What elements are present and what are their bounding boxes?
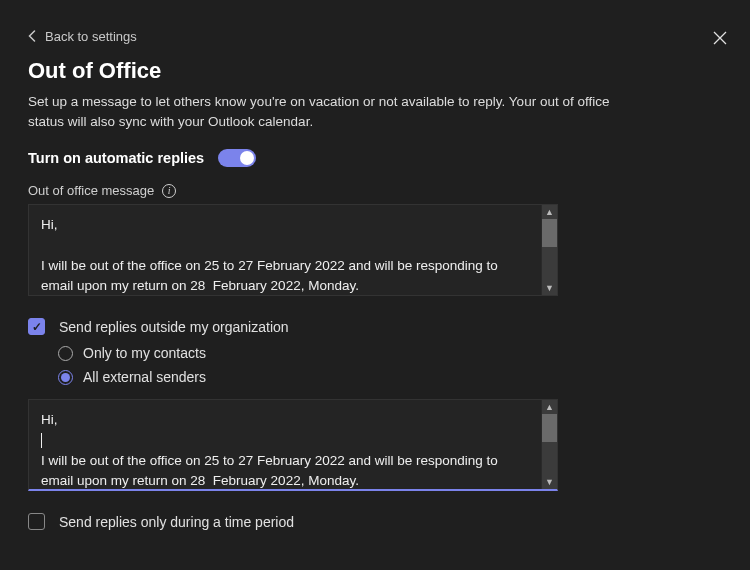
radio-only-contacts-label: Only to my contacts [83,345,206,361]
external-replies-label: Send replies outside my organization [59,319,289,335]
ooo-message-label-row: Out of office message i [28,183,722,198]
page-description: Set up a message to let others know you'… [28,92,648,131]
back-link-label: Back to settings [45,29,137,44]
radio-only-contacts[interactable]: Only to my contacts [58,345,722,361]
text-caret [41,433,42,448]
auto-replies-toggle[interactable] [218,149,256,167]
scroll-up-arrow[interactable]: ▲ [542,205,557,219]
external-audience-radio-group: Only to my contacts All external senders [58,345,722,385]
external-message-scrollbar[interactable]: ▲ ▼ [541,400,557,489]
close-button[interactable] [710,28,730,48]
scroll-thumb[interactable] [542,219,557,247]
ooo-message-scrollbar[interactable]: ▲ ▼ [541,205,557,295]
radio-all-external-label: All external senders [83,369,206,385]
out-of-office-panel: Back to settings Out of Office Set up a … [0,0,750,570]
scroll-down-arrow[interactable]: ▼ [542,475,557,489]
scroll-up-arrow[interactable]: ▲ [542,400,557,414]
time-period-label: Send replies only during a time period [59,514,294,530]
page-title: Out of Office [28,58,722,84]
external-replies-row: Send replies outside my organization [28,318,722,335]
radio-all-external-input[interactable] [58,370,73,385]
scroll-down-arrow[interactable]: ▼ [542,281,557,295]
auto-replies-label: Turn on automatic replies [28,150,204,166]
radio-all-external[interactable]: All external senders [58,369,722,385]
chevron-left-icon [28,30,37,42]
time-period-checkbox[interactable] [28,513,45,530]
auto-replies-row: Turn on automatic replies [28,149,722,167]
ooo-message-label: Out of office message [28,183,154,198]
back-to-settings-link[interactable]: Back to settings [28,29,137,44]
scroll-thumb[interactable] [542,414,557,442]
close-icon [713,31,727,45]
external-message-text[interactable]: Hi, I will be out of the office on 25 to… [29,400,541,489]
time-period-row: Send replies only during a time period [28,513,722,530]
info-icon[interactable]: i [162,184,176,198]
radio-only-contacts-input[interactable] [58,346,73,361]
external-message-box[interactable]: Hi, I will be out of the office on 25 to… [28,399,558,491]
external-replies-checkbox[interactable] [28,318,45,335]
ooo-message-box[interactable]: Hi, I will be out of the office on 25 to… [28,204,558,296]
ooo-message-text[interactable]: Hi, I will be out of the office on 25 to… [29,205,541,295]
